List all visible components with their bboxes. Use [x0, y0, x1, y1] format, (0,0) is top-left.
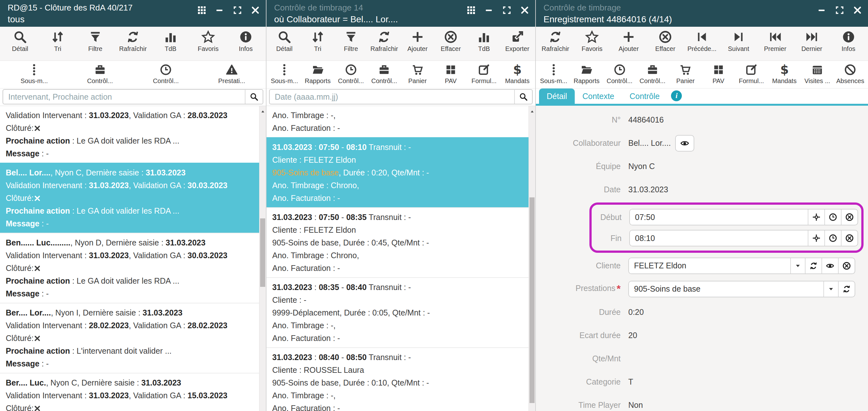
toolbar-button-sous-m[interactable]: Sous-m... — [268, 63, 301, 85]
toolbar-button-infos[interactable]: Infos — [227, 30, 265, 53]
toolbar-button-mandats[interactable]: $Mandats — [501, 63, 534, 85]
toolbar-button-exporter[interactable]: Exporter — [501, 30, 534, 53]
minimize-window-button[interactable] — [484, 5, 494, 15]
maximize-window-button[interactable] — [834, 5, 845, 15]
list-item[interactable]: Ano. Timbrage : -,Ano. Facturation : - — [267, 106, 528, 137]
toolbar-button-control[interactable]: Contrôl... — [368, 63, 401, 85]
prestations-select[interactable]: 905-Soins de base — [628, 281, 855, 297]
toolbar-button-infos[interactable]: Infos — [830, 30, 867, 53]
list-item-selected[interactable]: 31.03.2023 : 07:50 - 08:10 Transnuit : -… — [267, 137, 528, 207]
circle-x-button[interactable] — [841, 209, 858, 225]
toolbar-button-prestati[interactable]: Prestati... — [199, 63, 265, 85]
chevron-down-icon[interactable] — [824, 281, 838, 297]
toolbar-button-tdb[interactable]: TdB — [467, 30, 500, 53]
toolbar-button-formul[interactable]: Formul... — [467, 63, 500, 85]
search-button[interactable] — [245, 90, 263, 104]
refresh-button[interactable] — [838, 281, 855, 297]
scroll-up-button[interactable] — [259, 106, 266, 117]
scroll-up-button[interactable] — [529, 106, 535, 117]
toolbar-button-control[interactable]: Contrôl... — [603, 63, 636, 85]
toolbar-button-control[interactable]: Contrôl... — [67, 63, 133, 85]
toolbar-button-ajouter[interactable]: Ajouter — [401, 30, 434, 53]
toolbar-button-control[interactable]: Contrôl... — [334, 63, 368, 85]
toolbar-button-filtre[interactable]: Filtre — [76, 30, 114, 53]
search-button[interactable] — [514, 90, 532, 104]
crosshair-button[interactable] — [808, 209, 824, 225]
minimize-window-button[interactable] — [816, 5, 827, 15]
tab-controle[interactable]: Contrôle — [622, 89, 668, 104]
toolbar-button-pav[interactable]: PAV — [702, 63, 735, 85]
toolbar-button-tdb[interactable]: TdB — [152, 30, 189, 53]
toolbar-button-sous-m[interactable]: Sous-m... — [1, 63, 67, 85]
cliente-select[interactable]: FELETZ Eldon — [628, 258, 855, 274]
list-item[interactable]: Ber.... Lor...., Nyon I, Dernière saisie… — [0, 303, 259, 373]
toolbar-button-tri[interactable]: Tri — [39, 30, 76, 53]
eye-button[interactable] — [822, 258, 838, 273]
tab-info-icon[interactable]: i — [671, 91, 682, 101]
list-item-selected[interactable]: Bel.... Lor...., Nyon C, Dernière saisie… — [0, 163, 259, 233]
toolbar-button-dernier[interactable]: Dernier — [794, 30, 830, 53]
eye-button[interactable] — [675, 135, 694, 151]
close-window-button[interactable] — [519, 5, 530, 15]
toolbar-button-rapports[interactable]: Rapports — [301, 63, 334, 85]
toolbar-button-filtre[interactable]: Filtre — [334, 30, 368, 53]
close-window-button[interactable] — [250, 5, 261, 15]
toolbar-button-precede[interactable]: Précéde... — [684, 30, 720, 53]
toolbar-button-favoris[interactable]: Favoris — [574, 30, 611, 53]
toolbar-button-premier[interactable]: Premier — [757, 30, 794, 53]
tab-detail[interactable]: Détail — [539, 89, 575, 104]
toolbar-button-panier[interactable]: Panier — [401, 63, 434, 85]
fin-input[interactable] — [630, 231, 808, 246]
toolbar-button-mandats[interactable]: $Mandats — [768, 63, 801, 85]
grid-window-button[interactable] — [466, 5, 476, 15]
list-item[interactable]: 31.03.2023 : 08:40 - 08:50 Transnuit : -… — [267, 347, 528, 411]
minimize-window-button[interactable] — [214, 5, 225, 15]
toolbar-button-detail[interactable]: Détail — [1, 30, 39, 53]
list-item[interactable]: Ben...... Luc........., Nyon D, Dernière… — [0, 233, 259, 303]
list-item[interactable]: 31.03.2023 : 08:35 - 08:40 Transnuit : -… — [267, 277, 528, 347]
scrollbar[interactable] — [528, 106, 535, 411]
clock-button[interactable] — [824, 231, 841, 246]
toolbar-button-rafraichir[interactable]: Rafraîchir — [368, 30, 401, 53]
field-label: Fin — [592, 234, 629, 243]
clock-button[interactable] — [824, 209, 841, 225]
circle-x-icon — [842, 261, 851, 270]
list-item[interactable]: Ber.... Luc., Nyon C, Dernière saisie : … — [0, 373, 259, 411]
toolbar-button-rafraichir[interactable]: Rafraîchir — [114, 30, 152, 53]
toolbar-button-ajouter[interactable]: Ajouter — [611, 30, 647, 53]
maximize-window-button[interactable] — [232, 5, 243, 15]
toolbar-button-rapports[interactable]: Rapports — [570, 63, 603, 85]
scrollbar-thumb[interactable] — [529, 197, 534, 403]
list-item[interactable]: Validation Intervenant : 31.03.2023, Val… — [0, 106, 259, 163]
search-input[interactable] — [270, 90, 514, 104]
maximize-window-button[interactable] — [501, 5, 512, 15]
toolbar-button-tri[interactable]: Tri — [301, 30, 334, 53]
scrollbar-thumb[interactable] — [260, 218, 265, 287]
crosshair-button[interactable] — [808, 231, 824, 246]
debut-input[interactable] — [630, 209, 808, 225]
toolbar-button-effacer[interactable]: Effacer — [647, 30, 684, 53]
scrollbar[interactable] — [259, 106, 266, 411]
chevron-down-icon[interactable] — [790, 258, 805, 273]
circle-x-button[interactable] — [838, 258, 855, 273]
toolbar-button-sous-m[interactable]: Sous-m... — [537, 63, 570, 85]
toolbar-button-control[interactable]: Contrôl... — [133, 63, 199, 85]
toolbar-button-rafraichir[interactable]: Rafraîchir — [537, 30, 574, 53]
toolbar-button-detail[interactable]: Détail — [268, 30, 301, 53]
toolbar-button-pav[interactable]: PAV — [434, 63, 467, 85]
toolbar-button-panier[interactable]: Panier — [669, 63, 702, 85]
refresh-button[interactable] — [805, 258, 822, 273]
circle-x-button[interactable] — [841, 231, 858, 246]
search-input[interactable] — [3, 90, 245, 104]
toolbar-button-visites[interactable]: Visites ... — [801, 63, 834, 85]
tab-contexte[interactable]: Contexte — [575, 89, 622, 104]
grid-window-button[interactable] — [196, 5, 207, 15]
toolbar-button-absences[interactable]: Absences — [834, 63, 867, 85]
list-item[interactable]: 31.03.2023 : 07:50 - 08:35 Transnuit : -… — [267, 207, 528, 277]
toolbar-button-formul[interactable]: Formul... — [735, 63, 768, 85]
close-window-button[interactable] — [852, 5, 863, 15]
toolbar-button-favoris[interactable]: Favoris — [189, 30, 227, 53]
toolbar-button-control[interactable]: Contrôl... — [636, 63, 669, 85]
toolbar-button-suivant[interactable]: Suivant — [720, 30, 757, 53]
toolbar-button-effacer[interactable]: Effacer — [434, 30, 467, 53]
